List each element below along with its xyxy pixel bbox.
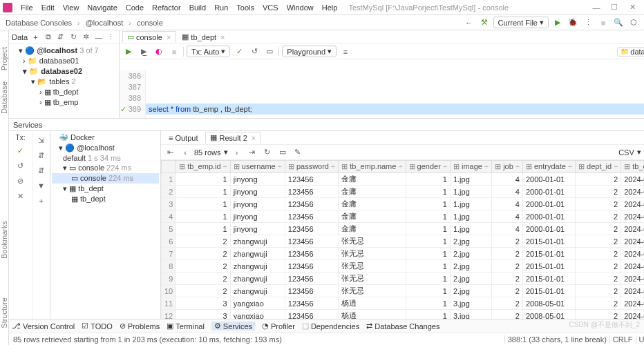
debug-icon[interactable]: 🐞 bbox=[567, 17, 579, 29]
menu-view[interactable]: View bbox=[59, 3, 84, 12]
menu-edit[interactable]: Edit bbox=[37, 3, 59, 12]
tab-result[interactable]: ▦ Result 2 × bbox=[205, 132, 261, 144]
run-config-dropdown[interactable]: Current File▾ bbox=[493, 17, 549, 28]
tree-host[interactable]: ▾ 🔵 @localhost 3 of 7 bbox=[12, 46, 116, 56]
table-row[interactable]: 41jinyong123456金庸11.jpg42000-01-0122024-… bbox=[162, 210, 645, 223]
col-tb_emp-name[interactable]: tb_emp.name ÷ bbox=[339, 161, 406, 173]
explain-icon[interactable]: ◐ bbox=[153, 46, 165, 58]
last-page-icon[interactable]: ⇥ bbox=[246, 146, 258, 159]
tree-tb-dept[interactable]: › ▦ tb_dept bbox=[12, 87, 116, 97]
table-row[interactable]: 51jinyong123456金庸11.jpg42000-01-0122024-… bbox=[162, 223, 645, 235]
gear-icon[interactable]: ✲ bbox=[81, 31, 91, 43]
bb-deps[interactable]: ⬚ Dependencies bbox=[302, 322, 359, 331]
collapse-icon[interactable]: — bbox=[94, 31, 104, 43]
svc-localhost[interactable]: ▾ 🔵 @localhost bbox=[52, 143, 159, 153]
table-row[interactable]: 11jinyong123456金庸11.jpg42000-01-0122024-… bbox=[162, 173, 645, 186]
commit-icon[interactable]: ✓ bbox=[233, 46, 245, 58]
filter-svc-icon[interactable]: ▼ bbox=[35, 179, 48, 192]
menu-help[interactable]: Help bbox=[318, 3, 342, 12]
bb-problems[interactable]: ⊘ Problems bbox=[120, 322, 160, 331]
editor-area[interactable]: select * from tb_emp , tb_dept; bbox=[146, 70, 644, 118]
minimize-button[interactable]: — bbox=[587, 3, 605, 12]
tree-tables[interactable]: ▾ 📂 tables 2 bbox=[12, 77, 116, 87]
svc-console[interactable]: ▾ ▭ console 224 ms bbox=[52, 163, 159, 173]
svc-tbdept2[interactable]: ▦ tb_dept bbox=[52, 194, 159, 204]
close-tab-icon[interactable]: × bbox=[167, 33, 171, 41]
col-image[interactable]: image ÷ bbox=[450, 161, 491, 173]
svc-docker[interactable]: 🐳 Docker bbox=[52, 132, 159, 143]
settings-c-icon[interactable]: ≡ bbox=[339, 46, 352, 58]
tx-mode-dropdown[interactable]: Tx: Auto ▾ bbox=[187, 46, 230, 57]
caret-pos[interactable]: 388:1 (33 chars, 1 line break) bbox=[504, 335, 609, 344]
stop-icon[interactable]: ■ bbox=[597, 17, 609, 29]
reload-icon[interactable]: ↻ bbox=[261, 146, 274, 159]
dup-icon[interactable]: ⧉ bbox=[44, 31, 53, 43]
col-gender[interactable]: gender ÷ bbox=[406, 161, 450, 173]
bb-vc[interactable]: ⎇ Version Control bbox=[12, 322, 75, 331]
bb-todo[interactable]: ☑ TODO bbox=[82, 322, 113, 331]
tree-b-icon[interactable]: ⇵ bbox=[35, 164, 48, 177]
table-row[interactable]: 123yangxiao123456杨逍13.jpg22008-05-012202… bbox=[162, 310, 645, 319]
sidebar-database[interactable]: Database bbox=[0, 79, 8, 117]
expand-icon[interactable]: ⇲ bbox=[35, 134, 48, 146]
col-tb_emp-id[interactable]: tb_emp.id ÷ bbox=[176, 161, 230, 173]
menu-window[interactable]: Window bbox=[283, 3, 318, 12]
edit-icon[interactable]: ✎ bbox=[292, 146, 304, 159]
col-entrydate[interactable]: entrydate ÷ bbox=[522, 161, 575, 173]
close-tab-icon[interactable]: × bbox=[220, 33, 225, 41]
add-svc-icon[interactable]: + bbox=[35, 195, 48, 207]
table-row[interactable]: 31jinyong123456金庸11.jpg42000-01-0122024-… bbox=[162, 198, 645, 210]
prev-page-icon[interactable]: ‹ bbox=[179, 146, 191, 159]
more-icon[interactable]: ⋮ bbox=[582, 17, 594, 29]
bb-terminal[interactable]: ▣ Terminal bbox=[167, 322, 205, 331]
export-format[interactable]: CSV bbox=[618, 148, 634, 157]
add-icon[interactable]: + bbox=[30, 31, 40, 43]
bb-profiler[interactable]: ◔ Profiler bbox=[262, 322, 295, 331]
svc-cancel-icon[interactable]: ⊘ bbox=[15, 175, 27, 187]
tab-tbdept[interactable]: ▦tb_dept× bbox=[177, 31, 229, 43]
tab-output[interactable]: ≡ Output bbox=[164, 132, 202, 144]
table-row[interactable]: 113yangxiao123456杨逍13.jpg22008-05-012202… bbox=[162, 297, 645, 310]
search-icon[interactable]: 🔍 bbox=[612, 17, 625, 29]
breadcrumb-console[interactable]: console bbox=[135, 19, 164, 27]
execute-plan-icon[interactable]: ▶̲ bbox=[138, 46, 150, 58]
table-row[interactable]: 102zhangwuji123456张无忌12.jpg22015-01-0122… bbox=[162, 285, 645, 297]
rollback-icon[interactable]: ↺ bbox=[248, 46, 261, 58]
menu-vcs[interactable]: VCS bbox=[258, 3, 283, 12]
col-password[interactable]: password ÷ bbox=[285, 161, 338, 173]
svc-commit-icon[interactable]: ✓ bbox=[15, 144, 27, 157]
playground-dropdown[interactable]: Playground ▾ bbox=[282, 46, 337, 57]
col-tb_emp-create_time[interactable]: tb_emp.create_time ÷ bbox=[621, 161, 644, 173]
tree-a-icon[interactable]: ⇵ bbox=[35, 149, 48, 161]
more-db-icon[interactable]: ⋮ bbox=[106, 31, 116, 43]
tree-tb-emp[interactable]: › ▦ tb_emp bbox=[12, 97, 116, 108]
menu-code[interactable]: Code bbox=[122, 3, 148, 12]
bb-dbchanges[interactable]: ⇄ Database Changes bbox=[366, 322, 439, 331]
db-badge[interactable]: 📁 database02 bbox=[617, 47, 644, 57]
table-row[interactable]: 92zhangwuji123456张无忌12.jpg22015-01-01220… bbox=[162, 273, 645, 285]
table-row[interactable]: 82zhangwuji123456张无忌12.jpg22015-01-01220… bbox=[162, 260, 645, 273]
next-page-icon[interactable]: › bbox=[231, 146, 243, 159]
svc-tbdept[interactable]: ▾ ▦ tb_dept bbox=[52, 184, 159, 194]
table-row[interactable]: 21jinyong123456金庸11.jpg42000-01-0122024-… bbox=[162, 186, 645, 198]
stop-run-icon[interactable]: ■ bbox=[168, 46, 180, 58]
col-job[interactable]: job ÷ bbox=[492, 161, 523, 173]
close-button[interactable]: ✕ bbox=[623, 3, 641, 12]
back-icon[interactable]: ← bbox=[463, 17, 475, 29]
sidebar-project[interactable]: Project bbox=[0, 44, 8, 73]
menu-run[interactable]: Run bbox=[210, 3, 232, 12]
col-dept_id[interactable]: dept_id ÷ bbox=[575, 161, 621, 173]
add-row-icon[interactable]: ▭ bbox=[276, 146, 289, 159]
table-row[interactable]: 62zhangwuji123456张无忌12.jpg22015-01-01220… bbox=[162, 235, 645, 248]
breadcrumb-host[interactable]: @localhost bbox=[84, 19, 125, 27]
sidebar-structure[interactable]: Structure bbox=[0, 295, 8, 331]
updates-icon[interactable]: ⬡ bbox=[627, 17, 640, 29]
refresh-icon[interactable]: ↻ bbox=[68, 31, 78, 43]
table-row[interactable]: 72zhangwuji123456张无忌12.jpg22015-01-01220… bbox=[162, 248, 645, 260]
encoding[interactable]: UTF-8 bbox=[636, 335, 644, 344]
hammer-icon[interactable]: ⚒ bbox=[478, 17, 491, 29]
cancel-icon[interactable]: ▭ bbox=[263, 46, 276, 58]
bb-services[interactable]: ⚙ Services bbox=[211, 322, 255, 331]
filter-icon[interactable]: ⇵ bbox=[56, 31, 66, 43]
tree-db1[interactable]: › 📁 database01 bbox=[12, 56, 116, 66]
